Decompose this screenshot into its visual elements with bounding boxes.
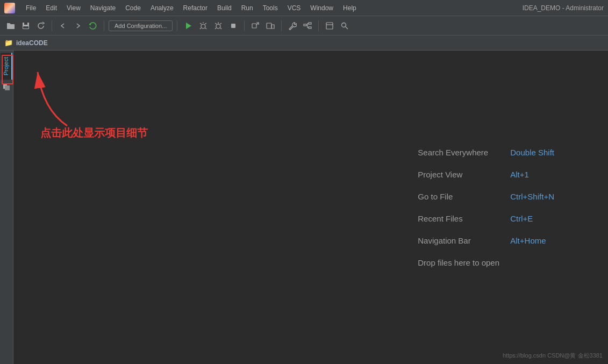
toolbar-separator-4 bbox=[244, 20, 245, 31]
title-bar: File Edit View Navigate Code Analyze Ref… bbox=[0, 0, 608, 16]
svg-rect-12 bbox=[309, 27, 311, 28]
shortcut-key-go-to-file: Ctrl+Shift+N bbox=[510, 192, 554, 201]
shortcut-key-navigation-bar: Alt+Home bbox=[510, 236, 546, 245]
toolbar-separator-2 bbox=[104, 20, 104, 31]
toolbar: Add Configuration... bbox=[0, 16, 608, 35]
svg-rect-9 bbox=[267, 23, 271, 28]
svg-rect-18 bbox=[5, 85, 10, 90]
menu-help[interactable]: Help bbox=[339, 3, 361, 13]
shortcut-label-search-everywhere: Search Everywhere bbox=[418, 148, 504, 157]
shortcut-row-navigation-bar: Navigation Bar Alt+Home bbox=[418, 236, 554, 245]
svg-point-5 bbox=[216, 24, 220, 28]
toolbar-separator-3 bbox=[177, 20, 177, 31]
menu-window[interactable]: Window bbox=[306, 3, 338, 13]
window-button[interactable] bbox=[323, 19, 336, 32]
sidebar-icon-files[interactable] bbox=[1, 82, 12, 92]
shortcut-label-navigation-bar: Navigation Bar bbox=[418, 236, 504, 245]
search-toolbar-button[interactable] bbox=[338, 19, 351, 32]
shortcut-row-search-everywhere: Search Everywhere Double Shift bbox=[418, 148, 554, 157]
menu-vcs[interactable]: VCS bbox=[283, 3, 305, 13]
menu-edit[interactable]: Edit bbox=[41, 3, 61, 13]
forward-button[interactable] bbox=[71, 19, 84, 32]
svg-rect-6 bbox=[231, 24, 235, 28]
nav-folder-icon: 📁 bbox=[4, 39, 13, 47]
open-folder-button[interactable] bbox=[4, 19, 17, 32]
menu-bar: File Edit View Navigate Code Analyze Ref… bbox=[22, 3, 516, 13]
svg-rect-2 bbox=[23, 26, 28, 28]
refresh-button[interactable] bbox=[34, 19, 47, 32]
svg-rect-11 bbox=[309, 23, 311, 24]
svg-marker-3 bbox=[186, 23, 191, 29]
shortcuts-panel: Search Everywhere Double Shift Project V… bbox=[407, 137, 565, 278]
project-name: ideaCODE bbox=[16, 39, 48, 47]
menu-file[interactable]: File bbox=[22, 3, 40, 13]
shortcut-label-project-view: Project View bbox=[418, 170, 504, 179]
watermark: https://blog.csdn CSDN@黄 金松3381 bbox=[503, 352, 603, 360]
stop-button[interactable] bbox=[227, 19, 240, 32]
svg-rect-13 bbox=[326, 23, 333, 29]
shortcut-key-search-everywhere: Double Shift bbox=[510, 148, 554, 157]
menu-refactor[interactable]: Refactor bbox=[179, 3, 212, 13]
sidebar-tab-project[interactable]: Project bbox=[1, 53, 12, 80]
menu-tools[interactable]: Tools bbox=[259, 3, 282, 13]
shortcut-row-project-view: Project View Alt+1 bbox=[418, 170, 554, 179]
left-sidebar: Project bbox=[0, 51, 13, 364]
shortcut-row-recent-files: Recent Files Ctrl+E bbox=[418, 214, 554, 223]
add-configuration-button[interactable]: Add Configuration... bbox=[109, 20, 173, 31]
svg-point-4 bbox=[201, 24, 205, 28]
shortcut-label-go-to-file: Go to File bbox=[418, 192, 504, 201]
menu-analyze[interactable]: Analyze bbox=[146, 3, 178, 13]
shortcut-row-drop-files: Drop files here to open bbox=[418, 258, 554, 267]
wrench-button[interactable] bbox=[286, 19, 299, 32]
menu-build[interactable]: Build bbox=[213, 3, 236, 13]
svg-rect-1 bbox=[24, 23, 27, 25]
tools-button[interactable] bbox=[264, 19, 277, 32]
build-button[interactable] bbox=[249, 19, 262, 32]
svg-rect-7 bbox=[252, 24, 256, 28]
menu-view[interactable]: View bbox=[62, 3, 85, 13]
menu-code[interactable]: Code bbox=[121, 3, 145, 13]
main-area: Project 点击此处显示项目细节 bbox=[0, 51, 608, 364]
run-button[interactable] bbox=[182, 19, 195, 32]
shortcut-key-recent-files: Ctrl+E bbox=[510, 214, 533, 223]
shortcut-label-drop-files: Drop files here to open bbox=[418, 258, 499, 267]
svg-line-16 bbox=[346, 27, 348, 29]
app-logo bbox=[4, 3, 15, 13]
nav-bar: 📁 ideaCODE bbox=[0, 35, 608, 51]
content-area: 点击此处显示项目细节 Search Everywhere Double Shif… bbox=[13, 51, 608, 364]
toolbar-separator-1 bbox=[52, 20, 52, 31]
shortcut-row-go-to-file: Go to File Ctrl+Shift+N bbox=[418, 192, 554, 201]
menu-run[interactable]: Run bbox=[237, 3, 257, 13]
toolbar-separator-6 bbox=[318, 20, 319, 31]
back-button[interactable] bbox=[56, 19, 69, 32]
debug-button[interactable] bbox=[197, 19, 210, 32]
save-button[interactable] bbox=[19, 19, 32, 32]
structure-button[interactable] bbox=[301, 19, 314, 32]
undo-button[interactable] bbox=[87, 19, 99, 32]
svg-point-15 bbox=[342, 23, 346, 27]
coverage-button[interactable] bbox=[212, 19, 225, 32]
annotation: 点击此处显示项目细节 bbox=[40, 126, 148, 140]
annotation-arrow bbox=[32, 67, 75, 133]
shortcut-label-recent-files: Recent Files bbox=[418, 214, 504, 223]
window-title: IDEA_DEMO - Administrator bbox=[523, 4, 604, 12]
toolbar-separator-5 bbox=[281, 20, 282, 31]
menu-navigate[interactable]: Navigate bbox=[86, 3, 120, 13]
shortcut-key-project-view: Alt+1 bbox=[510, 170, 529, 179]
svg-rect-10 bbox=[304, 24, 306, 26]
